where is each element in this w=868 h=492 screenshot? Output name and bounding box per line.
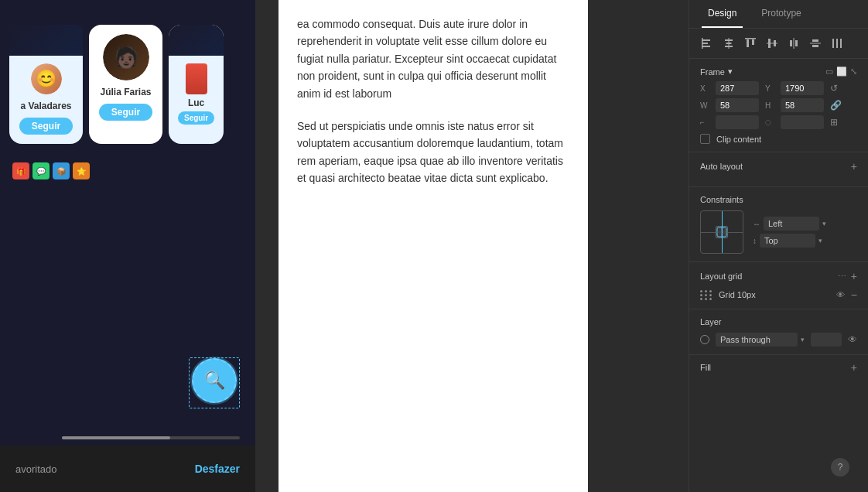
align-center-icon[interactable] — [720, 35, 737, 52]
svg-rect-19 — [810, 43, 821, 44]
align-vert-icon[interactable] — [764, 35, 781, 52]
card-banner-1 — [9, 25, 83, 56]
layout-grid-options-icon[interactable]: ⋯ — [838, 272, 846, 282]
align-top-icon[interactable] — [742, 35, 759, 52]
sticker-3: 📦 — [53, 162, 70, 179]
svg-rect-20 — [832, 39, 834, 48]
panel-content: Frame ▾ ▭ ⬜ ⤡ X Y ↺ W H — [689, 59, 868, 461]
follow-btn-2[interactable]: Seguir — [99, 104, 152, 121]
sticker-4: ⭐ — [73, 162, 90, 179]
sticker-1: 🎁 — [12, 162, 29, 179]
layer-mode-select[interactable]: Pass through Normal Multiply Screen Over… — [716, 333, 798, 347]
xy-row: X Y ↺ — [700, 81, 857, 95]
frame-chevron-icon: ▾ — [728, 67, 733, 77]
right-panel: Design Prototype Frame — [689, 0, 868, 492]
grid-remove-icon[interactable]: − — [851, 289, 857, 301]
profile-name-2: Júlia Farias — [100, 87, 151, 97]
svg-rect-21 — [836, 39, 838, 48]
h-chevron-icon: ▾ — [822, 220, 826, 227]
v-chevron-icon: ▾ — [818, 237, 822, 244]
auto-layout-add[interactable]: + — [851, 160, 857, 173]
search-icon: 🔍 — [204, 371, 225, 391]
radius-label: ◌ — [765, 118, 774, 126]
help-button[interactable]: ? — [831, 458, 849, 477]
desfazer-button[interactable]: Desfazer — [195, 463, 240, 475]
corner-icon[interactable]: ⊞ — [830, 117, 838, 128]
clip-content-checkbox[interactable] — [700, 134, 710, 144]
frame-section-top: Frame ▾ ▭ ⬜ ⤡ — [700, 67, 857, 77]
y-input[interactable] — [781, 81, 824, 95]
layout-grid-add[interactable]: + — [851, 270, 857, 282]
product-image-3 — [186, 63, 207, 94]
constraints-header: Constraints — [700, 195, 857, 204]
layer-eye-icon[interactable]: 👁 — [848, 334, 857, 345]
text-content-area: ea commodo consequat. Duis aute irure do… — [279, 0, 588, 492]
x-input[interactable] — [716, 81, 759, 95]
svg-rect-9 — [752, 39, 754, 45]
search-button[interactable]: 🔍 — [192, 358, 237, 403]
stickers-area: 🎁 💬 📦 ⭐ — [0, 153, 255, 189]
grid-label: Grid 10px — [719, 290, 830, 299]
svg-rect-13 — [767, 43, 777, 44]
w-input[interactable] — [716, 98, 759, 112]
w-label: W — [700, 101, 709, 110]
align-left-icon[interactable] — [699, 35, 716, 52]
frame-device-icons: ▭ ⬜ ⤡ — [825, 67, 857, 77]
tab-design[interactable]: Design — [702, 0, 743, 28]
vertical-constraint-row: ↕ Top Bottom Center Scale ▾ — [753, 234, 826, 248]
layout-grid-controls: ⋯ + — [838, 270, 857, 282]
angle-input[interactable]: 0° — [716, 115, 759, 129]
text-paragraph-1: ea commodo consequat. Duis aute irure do… — [297, 15, 569, 102]
resize-icon[interactable]: ⤡ — [850, 67, 857, 77]
layout-grid-header: Layout grid ⋯ + — [700, 270, 857, 282]
avatar-2: 🧑🏿 — [103, 34, 149, 80]
layer-section: Layer Pass through Normal Multiply Scree… — [689, 309, 868, 355]
avatar-placeholder-2: 🧑🏿 — [103, 34, 149, 80]
radius-input[interactable]: 0 — [781, 115, 824, 129]
grid-eye-icon[interactable]: 👁 — [836, 290, 845, 299]
profile-cards: 😊 a Valadares Seguir 🧑🏿 Júlia Farias Seg… — [0, 15, 255, 153]
avatar-placeholder-1: 😊 — [31, 63, 62, 94]
canvas-area: 😊 a Valadares Seguir 🧑🏿 Júlia Farias Seg… — [0, 0, 689, 492]
tab-prototype[interactable]: Prototype — [755, 0, 807, 28]
constraint-top-line — [722, 211, 723, 232]
follow-btn-1[interactable]: Seguir — [19, 118, 73, 135]
link-icon[interactable]: ↺ — [830, 83, 838, 94]
svg-rect-17 — [812, 39, 818, 42]
fill-section: Fill + — [689, 355, 868, 380]
layer-opacity-input[interactable]: 100% — [811, 333, 842, 347]
layout-grid-row: Grid 10px 👁 − — [700, 289, 857, 301]
lock-icon[interactable]: 🔗 — [830, 100, 842, 111]
tidy-icon[interactable] — [829, 35, 846, 52]
layer-title: Layer — [700, 317, 722, 326]
sticker-row: 🎁 💬 📦 ⭐ — [9, 159, 246, 183]
svg-rect-14 — [790, 40, 792, 46]
v-arrow-icon: ↕ — [753, 237, 757, 245]
follow-btn-3[interactable]: Seguir — [178, 111, 214, 125]
text-paragraph-2: Sed ut perspiciatis unde omnis iste natu… — [297, 118, 569, 187]
wh-row: W H 🔗 — [700, 98, 857, 112]
constraint-diagram — [700, 210, 743, 254]
tablet-icon[interactable]: ⬜ — [836, 67, 847, 77]
scrollbar-thumb[interactable] — [62, 436, 170, 439]
svg-rect-22 — [840, 39, 842, 48]
profile-card-2: 🧑🏿 Júlia Farias Seguir — [89, 25, 162, 144]
frame-dropdown[interactable]: Frame ▾ — [700, 67, 733, 77]
grid-dots-icon — [700, 290, 713, 300]
layer-mode-icon — [700, 335, 709, 344]
x-label: X — [700, 84, 709, 93]
clip-content-label: Clip content — [716, 135, 761, 144]
distribute-h-icon[interactable] — [785, 35, 802, 52]
y-label: Y — [765, 84, 774, 93]
distribute-v-icon[interactable] — [807, 35, 824, 52]
vertical-constraint-select[interactable]: Top Bottom Center Scale — [760, 234, 815, 248]
horizontal-constraint-select[interactable]: Left Right Center Scale — [764, 217, 819, 231]
h-input[interactable] — [781, 98, 824, 112]
horizontal-constraint-row: ↔ Left Right Center Scale ▾ — [753, 217, 826, 231]
profile-name-1: a Valadares — [20, 101, 71, 111]
phone-icon[interactable]: ▭ — [825, 67, 833, 77]
constraint-center — [716, 226, 728, 238]
mobile-mockup: 😊 a Valadares Seguir 🧑🏿 Júlia Farias Seg… — [0, 0, 255, 492]
fill-add-icon[interactable]: + — [851, 361, 857, 374]
svg-rect-15 — [795, 40, 798, 46]
